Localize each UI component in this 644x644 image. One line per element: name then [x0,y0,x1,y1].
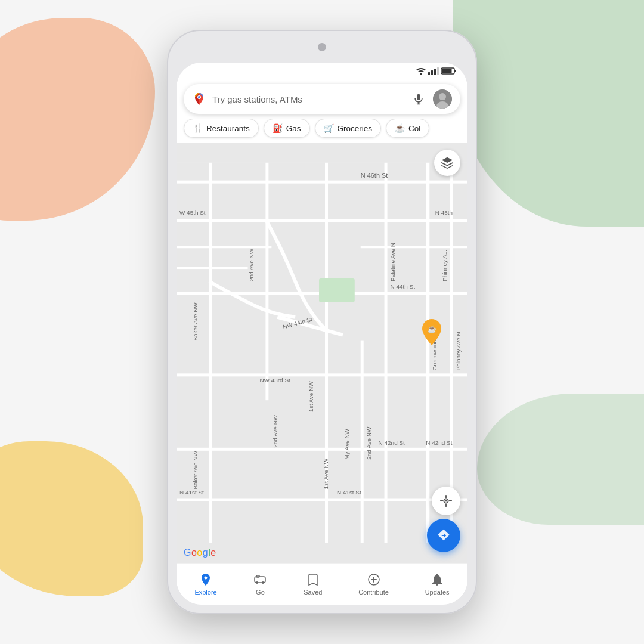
chip-restaurants-label: Restaurants [206,124,250,133]
svg-point-67 [256,581,258,584]
updates-label: Updates [425,589,450,596]
chip-coffee[interactable]: ☕ Col [386,119,429,138]
contribute-label: Contribute [358,589,389,596]
svg-text:N 42nd St: N 42nd St [379,439,405,446]
chip-restaurants[interactable]: 🍴 Restaurants [184,119,259,138]
map-area[interactable]: N 46th St W 45th St N 45th N 44th St NW … [177,143,467,563]
restaurants-icon: 🍴 [193,123,203,133]
chip-gas-label: Gas [286,124,301,133]
svg-text:N 42nd St: N 42nd St [426,439,452,446]
chip-gas[interactable]: ⛽ Gas [264,119,310,138]
svg-rect-6 [454,70,456,72]
contribute-icon [367,572,381,587]
svg-rect-25 [265,163,268,400]
coffee-pin[interactable]: ☕ [421,319,442,348]
svg-point-9 [198,96,200,98]
my-location-button[interactable] [432,487,460,515]
svg-rect-21 [177,373,467,376]
svg-text:2nd Ave NW: 2nd Ave NW [366,426,372,460]
svg-text:N 45th: N 45th [435,209,453,216]
svg-text:Baker Ave NW: Baker Ave NW [192,451,199,490]
svg-rect-2 [431,70,433,75]
svg-point-68 [262,581,264,584]
bg-blob-green-top [453,0,644,227]
directions-fab[interactable] [427,519,460,552]
nav-item-updates[interactable]: Updates [419,570,456,598]
directions-icon [436,528,451,543]
svg-text:N 46th St: N 46th St [361,172,388,179]
explore-label: Explore [194,589,216,596]
saved-label: Saved [304,589,322,596]
svg-text:2nd Ave NW: 2nd Ave NW [248,248,255,281]
microphone-button[interactable] [410,91,427,107]
my-location-icon [439,494,453,507]
svg-point-0 [420,73,422,75]
svg-rect-24 [209,163,212,543]
chip-groceries[interactable]: 🛒 Groceries [315,119,382,138]
nav-item-explore[interactable]: Explore [188,570,222,598]
status-icons [416,67,457,75]
bg-blob-orange [0,18,155,221]
svg-text:1st Ave NW: 1st Ave NW [308,381,314,412]
svg-text:Phinney Ave N: Phinney Ave N [455,332,462,370]
search-bar[interactable]: Try gas stations, ATMs [184,84,460,114]
svg-text:Palatine Ave N: Palatine Ave N [389,243,396,281]
svg-rect-18 [177,219,467,222]
svg-rect-32 [177,246,271,248]
svg-rect-22 [177,448,467,451]
svg-rect-28 [385,163,388,543]
camera-notch [318,43,326,51]
go-icon [253,572,267,587]
svg-rect-27 [361,341,364,543]
svg-text:My Ave NW: My Ave NW [343,428,350,459]
signal-icon [428,67,439,75]
go-label: Go [256,589,265,596]
mic-icon [413,93,425,105]
svg-rect-3 [434,69,436,75]
phone-screen: Try gas stations, ATMs 🍴 [177,63,467,605]
chip-coffee-label: Col [408,124,420,133]
svg-text:Baker Ave NW: Baker Ave NW [192,302,199,341]
svg-rect-31 [319,278,355,302]
google-maps-logo [192,92,206,106]
svg-rect-4 [437,67,439,75]
svg-text:Phinney A...: Phinney A... [441,250,448,281]
svg-rect-23 [177,499,467,501]
svg-rect-10 [417,94,420,100]
svg-rect-17 [177,181,467,184]
svg-point-60 [445,500,447,502]
svg-rect-34 [361,246,467,248]
layer-switcher-button[interactable] [434,150,460,176]
svg-text:1st Ave NW: 1st Ave NW [323,458,329,489]
svg-text:N 41st St: N 41st St [337,489,361,496]
category-chips: 🍴 Restaurants ⛽ Gas 🛒 Groceries ☕ Col [177,119,467,143]
gas-icon: ⛽ [273,123,283,133]
svg-text:W 45th St: W 45th St [179,209,206,216]
map-svg: N 46th St W 45th St N 45th N 44th St NW … [177,143,467,563]
battery-icon [441,67,457,75]
user-avatar[interactable] [433,89,452,109]
svg-rect-7 [442,69,452,73]
bg-blob-yellow [0,441,143,596]
bottom-nav: Explore Go Saved [177,563,467,605]
wifi-icon [416,67,426,75]
svg-text:☕: ☕ [428,324,436,333]
chip-groceries-label: Groceries [338,124,373,133]
layers-icon [441,156,454,169]
groceries-icon: 🛒 [324,123,334,133]
explore-icon [199,572,213,587]
svg-point-14 [439,93,446,100]
coffee-chip-icon: ☕ [395,123,405,133]
phone-frame: Try gas stations, ATMs 🍴 [167,30,477,614]
svg-text:NW 43rd St: NW 43rd St [259,377,290,383]
google-watermark: Google [184,547,216,558]
nav-item-saved[interactable]: Saved [298,570,328,598]
search-placeholder-text: Try gas stations, ATMs [212,94,404,104]
nav-item-contribute[interactable]: Contribute [352,570,395,598]
svg-text:N 44th St: N 44th St [391,283,416,290]
saved-icon [306,572,320,587]
status-bar [177,63,467,79]
svg-text:2nd Ave NW: 2nd Ave NW [272,414,278,448]
bg-blob-green-right [477,394,644,525]
nav-item-go[interactable]: Go [247,570,273,598]
